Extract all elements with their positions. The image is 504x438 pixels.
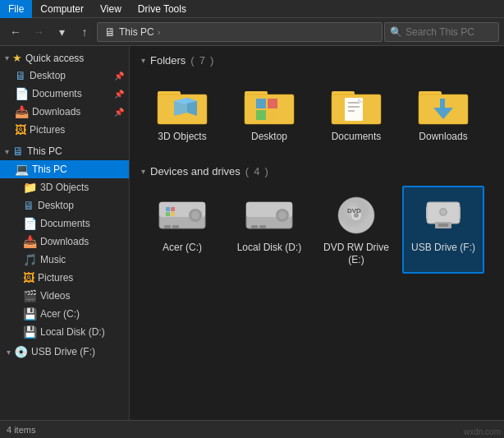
sidebar-item-desktop-qa[interactable]: 🖥 Desktop 📌 (0, 67, 129, 85)
star-icon: ★ (12, 52, 22, 64)
label-3d-objects: 3D Objects (158, 131, 206, 144)
folders-chevron-icon: ▾ (141, 56, 145, 65)
svg-rect-34 (171, 212, 175, 216)
svg-point-41 (278, 211, 286, 219)
grid-item-usb-f[interactable]: USB Drive (F:) (402, 186, 484, 274)
sidebar: ▾ ★ Quick access 🖥 Desktop 📌 📄 Documents… (0, 46, 130, 420)
sidebar-item-usb-bottom[interactable]: ▾ 💿 USB Drive (F:) (0, 343, 129, 361)
devices-count: 4 (254, 165, 259, 178)
sidebar-item-pictures-qa[interactable]: 🖼 Pictures (0, 121, 129, 139)
sidebar-item-local-d[interactable]: 💾 Local Disk (D:) (0, 323, 129, 341)
forward-button[interactable]: → (28, 21, 49, 43)
label-desktop: Desktop (251, 131, 287, 144)
local-d-drive-icon (243, 194, 296, 237)
sidebar-item-downloads-label: Downloads (32, 106, 80, 118)
menu-bar: File Computer View Drive Tools (0, 0, 504, 18)
back-button[interactable]: ← (5, 21, 26, 43)
grid-item-desktop[interactable]: Desktop (228, 75, 310, 150)
folder-desktop-svg (243, 83, 296, 126)
up-button[interactable]: ↑ (74, 21, 95, 43)
menu-view[interactable]: View (92, 0, 130, 18)
svg-rect-36 (172, 225, 179, 228)
dropdown-button[interactable]: ▾ (51, 21, 72, 43)
address-text: This PC (119, 26, 154, 38)
docs-icon: 📄 (15, 87, 29, 100)
grid-item-3d-objects[interactable]: 3D Objects (141, 75, 223, 150)
svg-rect-9 (256, 99, 266, 108)
grid-item-downloads[interactable]: Downloads (402, 75, 484, 150)
devices-section-header: ▾ Devices and drives (4) (141, 165, 493, 178)
pc-icon: 🖥 (12, 145, 24, 158)
status-text: 4 items (7, 425, 35, 435)
pin-icon-dl: 📌 (114, 108, 124, 117)
svg-rect-11 (256, 110, 266, 120)
address-bar[interactable]: 🖥 This PC › (97, 22, 383, 42)
vid-icon: 🎬 (23, 289, 37, 302)
menu-computer[interactable]: Computer (32, 0, 92, 18)
sidebar-item-desktop-label: Desktop (30, 70, 66, 81)
svg-rect-35 (164, 225, 171, 228)
folders-count: ( (190, 54, 194, 67)
folder-dl-svg (417, 83, 470, 126)
content-area: ▾ Folders (7) 3D Objects (130, 46, 504, 420)
menu-file[interactable]: File (0, 0, 32, 18)
folder-docs-svg (330, 83, 383, 126)
hdd-c-icon: 💾 (23, 307, 37, 320)
svg-rect-32 (171, 207, 175, 211)
search-bar[interactable]: 🔍 Search This PC (384, 22, 499, 42)
nav-bar: ← → ▾ ↑ 🖥 This PC › 🔍 Search This PC (0, 18, 504, 46)
docs-child-icon: 📄 (23, 217, 37, 230)
usb-drive-icon (417, 194, 470, 237)
watermark: wxdn.com (464, 427, 501, 436)
sidebar-item-3d-objects[interactable]: 📁 3D Objects (0, 178, 129, 196)
sidebar-item-music-label: Music (40, 254, 66, 265)
svg-rect-42 (251, 225, 258, 228)
dvd-drive-icon: DVD (330, 194, 383, 237)
this-pc-label: This PC (27, 145, 62, 157)
search-placeholder: Search This PC (405, 26, 474, 38)
label-acer-c: Acer (C:) (163, 242, 202, 255)
devices-grid: Acer (C:) Local Disk (D:) (141, 186, 493, 274)
grid-item-dvd-e[interactable]: DVD DVD RW Drive (E:) (315, 186, 397, 274)
svg-rect-31 (166, 207, 170, 211)
label-local-d: Local Disk (D:) (237, 242, 302, 255)
svg-text:DVD: DVD (347, 207, 361, 214)
sidebar-item-music[interactable]: 🎵 Music (0, 251, 129, 269)
menu-drive-tools[interactable]: Drive Tools (130, 0, 195, 18)
folders-label: Folders (150, 54, 186, 67)
address-pc-icon: 🖥 (104, 25, 116, 39)
folders-section-header: ▾ Folders (7) (141, 54, 493, 67)
label-documents: Documents (332, 131, 382, 144)
sidebar-item-this-pc-active[interactable]: 💻 This PC (0, 160, 129, 178)
sidebar-item-acer-c[interactable]: 💾 Acer (C:) (0, 305, 129, 323)
grid-item-acer-c[interactable]: Acer (C:) (141, 186, 223, 274)
grid-item-documents[interactable]: Documents (315, 75, 397, 150)
sidebar-item-usb-label: USB Drive (F:) (31, 346, 95, 357)
address-separator: › (158, 27, 161, 37)
folders-count-num: 7 (199, 54, 205, 67)
sidebar-item-3d-label: 3D Objects (40, 182, 89, 193)
sidebar-item-documents[interactable]: 📄 Documents (0, 214, 129, 233)
devices-label: Devices and drives (150, 165, 241, 178)
sidebar-item-desktop[interactable]: 🖥 Desktop (0, 196, 129, 214)
sidebar-section-quick-access[interactable]: ▾ ★ Quick access (0, 49, 129, 67)
sidebar-item-pictures-child-label: Pictures (38, 272, 73, 284)
hdd-d-svg (243, 196, 296, 235)
chevron-icon: ▾ (5, 53, 9, 62)
devices-chevron-icon: ▾ (141, 167, 145, 176)
search-icon: 🔍 (390, 26, 402, 38)
sidebar-item-documents-qa[interactable]: 📄 Documents 📌 (0, 85, 129, 103)
grid-item-local-d[interactable]: Local Disk (D:) (228, 186, 310, 274)
quick-access-label: Quick access (25, 53, 84, 64)
sidebar-item-downloads[interactable]: 📥 Downloads (0, 233, 129, 251)
status-bar: 4 items (0, 420, 504, 438)
acer-drive-icon (156, 194, 208, 237)
sidebar-item-downloads-qa[interactable]: 📥 Downloads 📌 (0, 103, 129, 121)
sidebar-item-videos[interactable]: 🎬 Videos (0, 287, 129, 305)
dvd-svg: DVD (330, 194, 383, 237)
svg-point-30 (191, 211, 199, 219)
sidebar-section-this-pc[interactable]: ▾ 🖥 This PC (0, 142, 129, 160)
sidebar-item-pictures[interactable]: 🖼 Pictures (0, 269, 129, 287)
sidebar-item-downloads-child-label: Downloads (40, 236, 89, 247)
desktop-child-icon: 🖥 (23, 199, 34, 212)
